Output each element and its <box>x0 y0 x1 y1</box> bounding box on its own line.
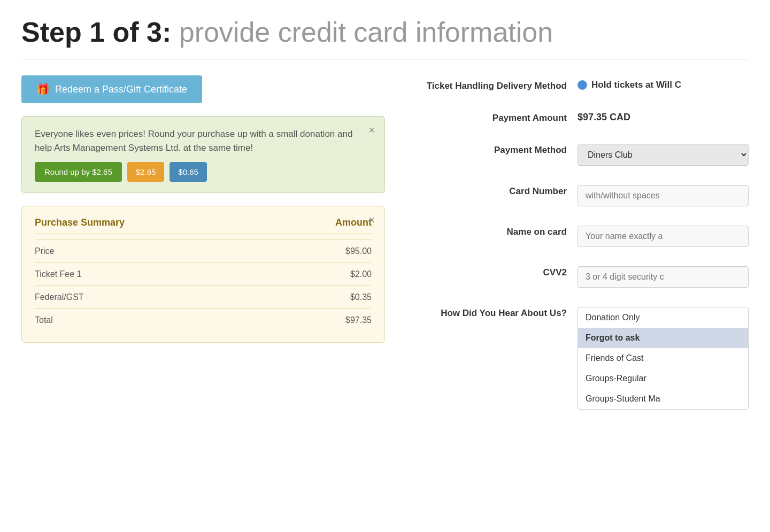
roundup-message: Everyone likes even prices! Round your p… <box>35 127 372 155</box>
card-number-input[interactable] <box>578 185 749 206</box>
left-column: 🎁 Redeem a Pass/Gift Certificate × Every… <box>21 75 385 425</box>
hear-dropdown-list: Donation Only Forgot to ask Friends of C… <box>578 307 749 410</box>
right-column: Ticket Handling Delivery Method Hold tic… <box>417 75 749 425</box>
name-on-card-input[interactable] <box>578 226 749 247</box>
payment-method-row: Payment Method Diners Club <box>417 140 749 166</box>
summary-row-price: Price $95.00 <box>35 240 372 263</box>
cvv2-label: CVV2 <box>417 262 567 279</box>
cvv2-input[interactable] <box>578 266 749 288</box>
hear-label: How Did You Hear About Us? <box>417 303 567 320</box>
payment-amount-value: $97.35 CAD <box>578 107 749 123</box>
payment-amount-row: Payment Amount $97.35 CAD <box>417 107 749 125</box>
payment-method-select[interactable]: Diners Club <box>578 144 749 166</box>
summary-row-gst: Federal/GST $0.35 <box>35 286 372 309</box>
cvv2-field-wrapper <box>578 262 749 288</box>
card-number-field-wrapper <box>578 181 749 206</box>
roundup-close-icon[interactable]: × <box>368 124 375 136</box>
hear-row: How Did You Hear About Us? Donation Only… <box>417 303 749 410</box>
roundup-265-button[interactable]: $2.65 <box>127 162 165 182</box>
delivery-value: Hold tickets at Will C <box>578 75 749 90</box>
roundup-065-button[interactable]: $0.65 <box>170 162 207 182</box>
summary-row-ticketfee: Ticket Fee 1 $2.00 <box>35 263 372 286</box>
card-number-row: Card Number <box>417 181 749 206</box>
name-on-card-field-wrapper <box>578 221 749 247</box>
payment-method-label: Payment Method <box>417 140 567 157</box>
summary-close-icon[interactable]: × <box>368 214 375 226</box>
redeem-button[interactable]: 🎁 Redeem a Pass/Gift Certificate <box>21 75 202 103</box>
payment-amount-label: Payment Amount <box>417 107 567 125</box>
gift-icon: 🎁 <box>36 83 50 96</box>
hear-option-forgot[interactable]: Forgot to ask <box>578 328 748 348</box>
name-on-card-row: Name on card <box>417 221 749 247</box>
name-on-card-label: Name on card <box>417 221 567 238</box>
delivery-row: Ticket Handling Delivery Method Hold tic… <box>417 75 749 92</box>
summary-title: Purchase Summary <box>35 217 125 228</box>
hear-option-friends[interactable]: Friends of Cast <box>578 348 748 368</box>
hear-dropdown-wrapper: Donation Only Forgot to ask Friends of C… <box>578 303 749 410</box>
summary-amount-header: Amount <box>335 217 372 228</box>
purchase-summary-box: × Purchase Summary Amount Price $95.00 T… <box>21 206 385 343</box>
payment-method-value: Diners Club <box>578 140 749 166</box>
hear-option-groups-student[interactable]: Groups-Student Ma <box>578 389 748 409</box>
roundup-full-button[interactable]: Round up by $2.65 <box>35 162 122 182</box>
page-title: Step 1 of 3: provide credit card informa… <box>21 16 749 59</box>
cvv2-row: CVV2 <box>417 262 749 288</box>
card-number-label: Card Number <box>417 181 567 198</box>
hear-option-donation[interactable]: Donation Only <box>578 307 748 328</box>
hear-option-groups-regular[interactable]: Groups-Regular <box>578 368 748 389</box>
delivery-radio-icon[interactable] <box>578 80 587 90</box>
delivery-label: Ticket Handling Delivery Method <box>417 75 567 92</box>
roundup-banner: × Everyone likes even prices! Round your… <box>21 116 385 193</box>
summary-row-total: Total $97.35 <box>35 309 372 331</box>
